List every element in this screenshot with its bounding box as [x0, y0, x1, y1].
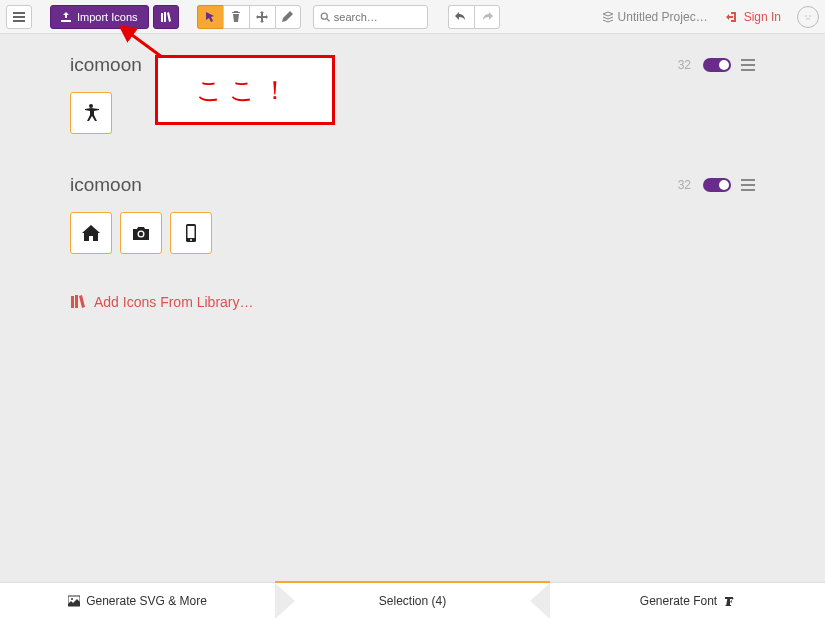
library-button[interactable]: [153, 5, 179, 29]
project-selector[interactable]: Untitled Projec…: [596, 10, 714, 24]
annotation-callout: ここ！: [155, 55, 335, 125]
import-label: Import Icons: [77, 11, 138, 23]
svg-tab-label: Generate SVG & More: [86, 594, 207, 608]
section-title: icomoon: [70, 174, 678, 196]
trash-icon: [231, 11, 241, 23]
main-content: icomoon 32 icomoon 32: [0, 34, 825, 330]
image-icon: [68, 595, 80, 607]
svg-point-10: [71, 598, 73, 600]
search-icon: [320, 11, 330, 23]
selection-tab[interactable]: Selection (4): [275, 581, 550, 618]
font-tab-label: Generate Font: [640, 594, 717, 608]
svg-point-2: [809, 15, 811, 17]
camera-icon: [131, 223, 151, 243]
stack-icon: [602, 11, 614, 23]
section-toggle[interactable]: [703, 58, 731, 72]
cursor-icon: [204, 11, 216, 23]
signin-button[interactable]: Sign In: [718, 10, 789, 24]
project-label: Untitled Projec…: [618, 10, 708, 24]
section-menu-button[interactable]: [741, 59, 755, 71]
section-menu-button[interactable]: [741, 179, 755, 191]
generate-font-tab[interactable]: Generate Font F: [550, 583, 825, 618]
icon-cell-accessibility[interactable]: [70, 92, 112, 134]
search-box[interactable]: [313, 5, 428, 29]
edit-tool-button[interactable]: [275, 5, 301, 29]
delete-tool-button[interactable]: [223, 5, 249, 29]
signin-icon: [726, 11, 738, 23]
menu-button[interactable]: [6, 5, 32, 29]
svg-point-3: [89, 104, 93, 108]
icon-cell-home[interactable]: [70, 212, 112, 254]
account-button[interactable]: [797, 6, 819, 28]
svg-text:F: F: [724, 595, 734, 607]
undo-icon: [455, 12, 467, 22]
svg-point-5: [139, 232, 143, 236]
mobile-icon: [181, 223, 201, 243]
add-from-library-link[interactable]: Add Icons From Library…: [0, 274, 825, 330]
generate-svg-tab[interactable]: Generate SVG & More: [0, 583, 275, 618]
section-header: icomoon 32: [0, 154, 825, 204]
books-icon: [160, 11, 172, 23]
upload-icon: [61, 12, 71, 22]
undo-group: [448, 5, 500, 29]
pencil-icon: [282, 11, 293, 22]
svg-point-0: [321, 13, 327, 19]
move-icon: [256, 11, 268, 23]
face-icon: [802, 11, 814, 23]
section-count: 32: [678, 178, 691, 192]
import-icons-button[interactable]: Import Icons: [50, 5, 149, 29]
icon-set-section: icomoon 32: [0, 154, 825, 274]
redo-icon: [481, 12, 493, 22]
library-link-label: Add Icons From Library…: [94, 294, 254, 310]
select-tool-button[interactable]: [197, 5, 223, 29]
icon-grid: [0, 84, 825, 154]
undo-button[interactable]: [448, 5, 474, 29]
home-icon: [81, 223, 101, 243]
redo-button[interactable]: [474, 5, 500, 29]
icon-cell-mobile[interactable]: [170, 212, 212, 254]
section-toggle[interactable]: [703, 178, 731, 192]
svg-point-1: [805, 15, 807, 17]
svg-point-8: [190, 239, 192, 241]
signin-label: Sign In: [744, 10, 781, 24]
accessibility-icon: [81, 103, 101, 123]
tool-group: [197, 5, 301, 29]
bottom-bar: Generate SVG & More Selection (4) Genera…: [0, 582, 825, 618]
selection-tab-label: Selection (4): [379, 594, 446, 608]
move-tool-button[interactable]: [249, 5, 275, 29]
font-icon: F: [723, 595, 735, 607]
svg-rect-7: [188, 226, 195, 238]
annotation-text: ここ！: [196, 73, 294, 108]
icon-grid: [0, 204, 825, 274]
search-input[interactable]: [334, 11, 421, 23]
section-count: 32: [678, 58, 691, 72]
icon-cell-camera[interactable]: [120, 212, 162, 254]
books-icon: [70, 295, 86, 309]
